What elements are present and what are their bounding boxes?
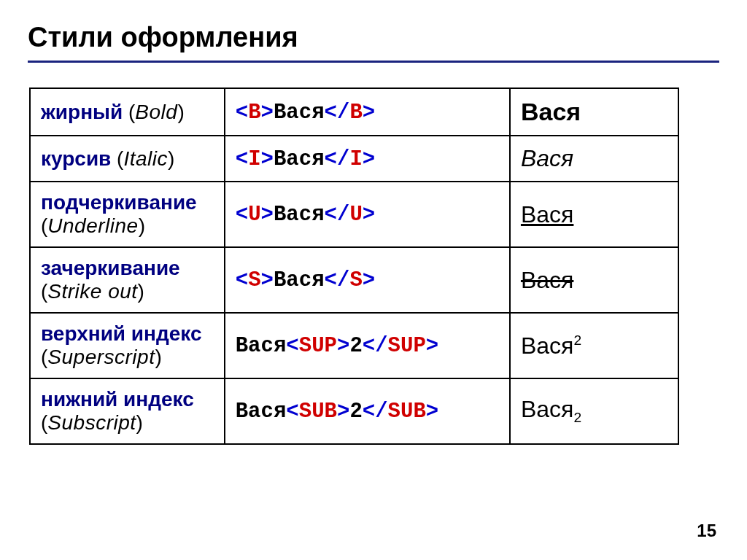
output-text: Вася [521, 267, 573, 293]
code-snippet: Вася<SUP>2</SUP> [236, 334, 439, 358]
code-snippet: <B>Вася</B> [236, 101, 375, 125]
style-code: <B>Вася</B> [225, 88, 510, 136]
code-snippet: <S>Вася</S> [236, 268, 375, 292]
page-title: Стили оформления [28, 22, 719, 53]
style-description: верхний индекс (Superscript) [30, 313, 225, 378]
style-description: подчеркивание (Underline) [30, 182, 225, 247]
output-text: Вася [521, 145, 573, 171]
style-name-ru: подчеркивание [41, 191, 197, 214]
style-code: Вася<SUP>2</SUP> [225, 313, 510, 378]
table-row: подчеркивание (Underline)<U>Вася</U>Вася [30, 182, 678, 247]
style-output: Вася2 [510, 313, 678, 378]
slide: Стили оформления жирный (Bold)<B>Вася</B… [0, 0, 747, 560]
output-sup: 2 [573, 332, 581, 348]
style-name-en: Strike out [47, 280, 137, 303]
style-name-en: Underline [47, 214, 138, 237]
style-output: Вася [510, 136, 678, 182]
paren: ) [136, 411, 143, 434]
output-text: Вася [521, 98, 581, 125]
paren: ( [41, 214, 47, 237]
table-row: курсив (Italic)<I>Вася</I>Вася [30, 136, 678, 182]
style-name-ru: курсив [41, 147, 111, 170]
style-name-ru: зачеркивание [41, 257, 180, 279]
style-output: Вася [510, 182, 678, 247]
page-number: 15 [697, 521, 716, 541]
paren: ( [41, 280, 47, 303]
style-description: зачеркивание (Strike out) [30, 247, 225, 313]
paren: ( [128, 101, 135, 123]
style-name-en: Superscript [47, 346, 155, 368]
style-output: Вася [510, 247, 678, 313]
paren: ) [138, 280, 144, 303]
style-code: <I>Вася</I> [225, 136, 510, 182]
code-snippet: <U>Вася</U> [236, 203, 375, 227]
output-text: Вася [521, 201, 573, 228]
table-row: нижний индекс (Subscript)Вася<SUB>2</SUB… [30, 378, 678, 444]
style-output: Вася [510, 88, 678, 136]
output-text: Вася2 [521, 396, 581, 422]
table-row: верхний индекс (Superscript)Вася<SUP>2</… [30, 313, 678, 378]
table-row: зачеркивание (Strike out)<S>Вася</S>Вася [30, 247, 678, 313]
code-snippet: <I>Вася</I> [236, 147, 375, 171]
paren: ( [41, 411, 47, 434]
style-description: жирный (Bold) [30, 88, 225, 136]
style-name-en: Bold [135, 101, 177, 123]
style-output: Вася2 [510, 378, 678, 444]
title-underline [28, 61, 719, 63]
style-name-en: Italic [123, 147, 168, 170]
output-sub: 2 [573, 411, 581, 426]
style-code: <S>Вася</S> [225, 247, 510, 313]
code-snippet: Вася<SUB>2</SUB> [236, 400, 439, 424]
paren: ) [168, 147, 174, 170]
style-description: нижний индекс (Subscript) [30, 378, 225, 444]
paren: ( [41, 346, 47, 368]
style-description: курсив (Italic) [30, 136, 225, 182]
paren: ) [177, 101, 184, 123]
style-name-ru: жирный [41, 101, 123, 123]
paren: ) [139, 214, 145, 237]
table-row: жирный (Bold)<B>Вася</B>Вася [30, 88, 678, 136]
style-code: Вася<SUB>2</SUB> [225, 378, 510, 444]
style-name-ru: верхний индекс [41, 322, 202, 345]
styles-table: жирный (Bold)<B>Вася</B>Васякурсив (Ital… [29, 88, 679, 445]
style-name-en: Subscript [47, 411, 136, 434]
output-text: Вася2 [521, 332, 581, 359]
style-code: <U>Вася</U> [225, 182, 510, 247]
paren: ) [155, 346, 161, 368]
style-name-ru: нижний индекс [41, 388, 194, 411]
